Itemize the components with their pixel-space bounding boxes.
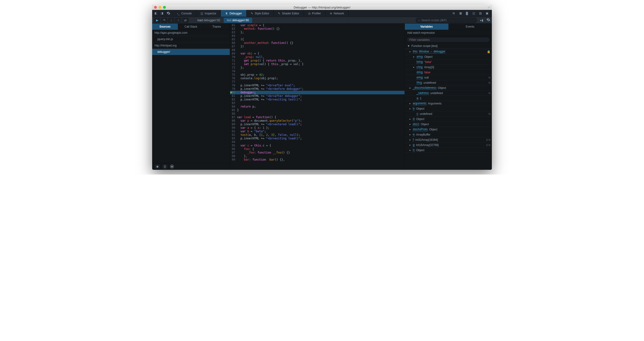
code-line[interactable]: 88 var p = document.querySelector("p"); bbox=[230, 119, 404, 123]
line-number[interactable]: 64 bbox=[230, 34, 237, 38]
code-line[interactable]: 89 p.innerHTML += "<br>entered load()"; bbox=[230, 123, 404, 126]
variable-item[interactable]: eArg: nullN bbox=[405, 75, 492, 80]
code-line[interactable]: 99 bar: function bar() {}, bbox=[230, 158, 404, 162]
line-number[interactable]: 68 bbox=[230, 48, 237, 52]
variable-item[interactable]: ▸d: Object bbox=[405, 116, 492, 122]
step-over-button[interactable]: ↷ bbox=[161, 18, 167, 23]
code-line[interactable]: 71 get prop() { return this._prop; }, bbox=[230, 59, 404, 62]
code-line[interactable]: 96 foo: { bbox=[230, 148, 404, 151]
variable-item[interactable]: bArg: "beta" bbox=[405, 60, 492, 64]
panel-tab-console[interactable]: ›_Console bbox=[173, 10, 196, 17]
line-number[interactable]: 79 bbox=[230, 87, 237, 91]
line-number[interactable]: 84 bbox=[230, 105, 237, 108]
line-number[interactable]: 65 bbox=[230, 38, 237, 41]
line-number[interactable]: 88 bbox=[230, 119, 237, 123]
responsive-mode-icon[interactable]: ⧉ bbox=[453, 12, 456, 15]
code-line[interactable]: 73 }; bbox=[230, 66, 404, 70]
right-tab-events[interactable]: Events bbox=[448, 24, 492, 30]
code-line[interactable]: 86 bbox=[230, 112, 404, 116]
code-line[interactable]: 64 bbox=[230, 34, 404, 38]
code-line[interactable]: 72 set prop(val) { this._prop = val; } bbox=[230, 62, 404, 66]
code-line[interactable]: 66 another_method: function() {} bbox=[230, 41, 404, 45]
line-number[interactable]: 81 bbox=[230, 94, 237, 98]
line-number[interactable]: 63 bbox=[230, 31, 237, 34]
source-editor[interactable]: 61 var simple = {62 method: function() {… bbox=[230, 24, 404, 170]
line-number[interactable]: 61 bbox=[230, 24, 237, 27]
source-item[interactable]: http://htmlpad.org bbox=[152, 42, 230, 49]
code-line[interactable]: 87var load = function() { bbox=[230, 116, 404, 119]
code-line[interactable]: 75 obj.prop = 42; bbox=[230, 73, 404, 77]
scratchpad-icon[interactable]: ▦ bbox=[459, 12, 463, 15]
variable-item[interactable]: ▸doc2: Object bbox=[405, 122, 492, 127]
line-number[interactable]: 75 bbox=[230, 73, 237, 77]
code-line[interactable]: 93 p.innerHTML += "<br>exiting load()"; bbox=[230, 137, 404, 140]
add-watch-expression[interactable]: Add watch expression bbox=[405, 30, 492, 36]
line-number[interactable]: 94 bbox=[230, 140, 237, 144]
code-line[interactable]: 98 }, bbox=[230, 154, 404, 158]
variable-item[interactable]: dArg: false bbox=[405, 70, 492, 75]
source-item[interactable]: jquery.min.js bbox=[152, 36, 230, 42]
code-line[interactable]: 77 bbox=[230, 80, 404, 84]
panel-tab-inspector[interactable]: ◫Inspector bbox=[196, 10, 221, 17]
trace-button[interactable]: ● bbox=[170, 164, 174, 169]
line-number[interactable]: 90 bbox=[230, 126, 237, 130]
line-number[interactable]: 76 bbox=[230, 77, 237, 80]
scope-header[interactable]: ▼Function scope [test] bbox=[405, 43, 492, 49]
variable-item[interactable]: ▸this: Window → debugger🔒 bbox=[405, 49, 492, 54]
filter-variables-input[interactable] bbox=[407, 37, 490, 42]
line-number[interactable]: 99 bbox=[230, 158, 237, 162]
line-number[interactable]: 82 bbox=[230, 98, 237, 102]
code-line[interactable]: 85} bbox=[230, 108, 404, 112]
line-number[interactable]: 91 bbox=[230, 130, 237, 133]
variable-item[interactable]: ▸cArg: Array[3] bbox=[405, 64, 492, 70]
code-line[interactable]: 76 console.log(obj.prop); bbox=[230, 77, 404, 80]
code-line[interactable]: 83 bbox=[230, 102, 404, 105]
box-model-icon[interactable]: ◱ bbox=[472, 12, 476, 15]
line-number[interactable]: 85 bbox=[230, 108, 237, 112]
left-tab-call-stack[interactable]: Call Stack bbox=[178, 24, 204, 30]
step-out-button[interactable]: ↑ bbox=[175, 18, 182, 23]
code-line[interactable]: 62 method: function() {} bbox=[230, 27, 404, 31]
line-number[interactable]: 71 bbox=[230, 59, 237, 62]
line-number[interactable]: 74 bbox=[230, 70, 237, 73]
dock-bottom-icon[interactable]: ◨ bbox=[161, 12, 164, 15]
line-number[interactable]: 70 bbox=[230, 56, 237, 59]
settings-gear-icon[interactable] bbox=[167, 12, 170, 15]
variable-item[interactable]: ▸g: Int16Array[32768]S N bbox=[405, 142, 492, 148]
toggle-panes-icon[interactable]: ▸▮ bbox=[480, 19, 483, 22]
code-line[interactable]: 82 p.innerHTML += "<br>exiting test()"; bbox=[230, 98, 404, 102]
panel-tab-shader-editor[interactable]: ✎Shader Editor bbox=[274, 10, 304, 17]
code-line[interactable]: 91 var b = "beta"; bbox=[230, 130, 404, 133]
source-item[interactable]: debugger/ bbox=[152, 49, 230, 55]
variable-item[interactable]: ▸h: Object bbox=[405, 148, 492, 153]
code-line[interactable]: 84 return p; bbox=[230, 105, 404, 108]
line-number[interactable]: 80 bbox=[230, 91, 237, 94]
variable-item[interactable]: _sadness: undefinedN bbox=[405, 90, 492, 96]
left-tab-sources[interactable]: Sources bbox=[152, 24, 178, 30]
code-line[interactable]: 74 bbox=[230, 70, 404, 73]
step-in-button[interactable]: ↓ bbox=[168, 18, 174, 23]
line-number[interactable]: 78 bbox=[230, 84, 237, 87]
panel-tab-style-editor[interactable]: ✎Style Editor bbox=[246, 10, 274, 17]
line-number[interactable]: 77 bbox=[230, 80, 237, 84]
panel-tab-profiler[interactable]: ◷Profiler bbox=[304, 10, 326, 17]
blackbox-button[interactable]: ◉ bbox=[154, 164, 160, 169]
code-line[interactable]: 65 ({ bbox=[230, 38, 404, 41]
search-scripts-input[interactable]: ⌕ Search scripts (⌘P) bbox=[416, 18, 477, 23]
panel-tab-debugger[interactable]: ⏸Debugger bbox=[221, 10, 246, 17]
code-line[interactable]: 81 p.innerHTML += "<br>after debugger"; bbox=[230, 94, 404, 98]
left-tab-traces[interactable]: Traces bbox=[204, 24, 230, 30]
line-number[interactable]: 73 bbox=[230, 66, 237, 70]
code-line[interactable]: 79 p.innerHTML += "<br>before debugger"; bbox=[230, 87, 404, 91]
code-line[interactable]: 68 bbox=[230, 48, 404, 52]
line-number[interactable]: 69 bbox=[230, 52, 237, 56]
code-line[interactable]: 69 var obj = { bbox=[230, 52, 404, 56]
code-line[interactable]: 61 var simple = { bbox=[230, 24, 404, 27]
code-line[interactable]: 78 p.innerHTML += "<br>after eval"; bbox=[230, 84, 404, 87]
prettyprint-button[interactable]: {} bbox=[162, 164, 168, 169]
variable-item[interactable]: ▸arguments: Arguments bbox=[405, 101, 492, 106]
line-number[interactable]: 62 bbox=[230, 27, 237, 31]
toggle-breakpoints-button[interactable]: ⇄ bbox=[182, 18, 188, 23]
resume-button[interactable]: ▶ bbox=[154, 18, 160, 23]
panel-tab-network[interactable]: ≋Network bbox=[326, 10, 349, 17]
